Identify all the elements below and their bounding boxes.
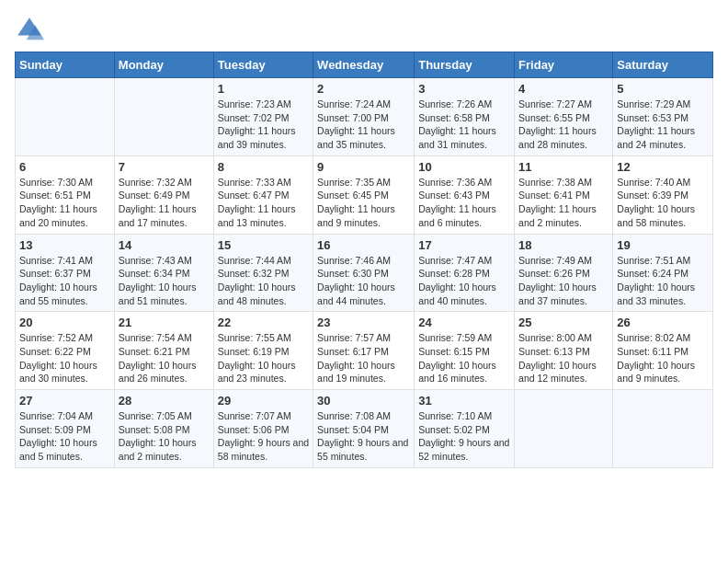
- weekday-header: Saturday: [613, 52, 713, 78]
- calendar-cell: 15Sunrise: 7:44 AMSunset: 6:32 PMDayligh…: [213, 234, 313, 312]
- day-number: 7: [119, 160, 210, 174]
- calendar-cell: 8Sunrise: 7:33 AMSunset: 6:47 PMDaylight…: [213, 155, 313, 234]
- day-info: Sunrise: 7:51 AMSunset: 6:24 PMDaylight:…: [617, 254, 709, 308]
- calendar-cell: 24Sunrise: 7:59 AMSunset: 6:15 PMDayligh…: [415, 312, 515, 390]
- day-info: Sunrise: 7:36 AMSunset: 6:43 PMDaylight:…: [418, 176, 510, 230]
- calendar-cell: 29Sunrise: 7:07 AMSunset: 5:06 PMDayligh…: [213, 390, 313, 468]
- day-number: 21: [119, 316, 210, 329]
- calendar-cell: 12Sunrise: 7:40 AMSunset: 6:39 PMDayligh…: [613, 155, 713, 234]
- day-info: Sunrise: 7:04 AMSunset: 5:09 PMDaylight:…: [19, 409, 110, 464]
- page-header: [15, 15, 713, 44]
- logo-icon: [15, 15, 44, 44]
- calendar-body: 1Sunrise: 7:23 AMSunset: 7:02 PMDaylight…: [16, 78, 713, 468]
- calendar-cell: 6Sunrise: 7:30 AMSunset: 6:51 PMDaylight…: [16, 155, 115, 234]
- calendar-cell: 10Sunrise: 7:36 AMSunset: 6:43 PMDayligh…: [415, 155, 515, 234]
- calendar-week-row: 13Sunrise: 7:41 AMSunset: 6:37 PMDayligh…: [16, 234, 713, 312]
- day-info: Sunrise: 7:59 AMSunset: 6:15 PMDaylight:…: [418, 331, 510, 385]
- calendar-cell: 22Sunrise: 7:55 AMSunset: 6:19 PMDayligh…: [213, 312, 313, 390]
- day-number: 23: [317, 316, 410, 329]
- day-number: 22: [218, 316, 309, 329]
- calendar-cell: 28Sunrise: 7:05 AMSunset: 5:08 PMDayligh…: [114, 390, 213, 468]
- day-number: 6: [19, 160, 110, 174]
- day-info: Sunrise: 7:33 AMSunset: 6:47 PMDaylight:…: [218, 176, 309, 230]
- day-number: 11: [518, 160, 609, 174]
- calendar-cell: 16Sunrise: 7:46 AMSunset: 6:30 PMDayligh…: [313, 234, 415, 312]
- weekday-header: Monday: [114, 52, 213, 78]
- day-number: 10: [418, 160, 510, 174]
- day-info: Sunrise: 7:54 AMSunset: 6:21 PMDaylight:…: [119, 331, 210, 385]
- calendar-cell: 20Sunrise: 7:52 AMSunset: 6:22 PMDayligh…: [16, 312, 115, 390]
- day-info: Sunrise: 7:40 AMSunset: 6:39 PMDaylight:…: [617, 176, 709, 230]
- calendar-cell: 3Sunrise: 7:26 AMSunset: 6:58 PMDaylight…: [415, 78, 515, 156]
- day-info: Sunrise: 7:35 AMSunset: 6:45 PMDaylight:…: [317, 176, 410, 230]
- calendar-cell: 31Sunrise: 7:10 AMSunset: 5:02 PMDayligh…: [415, 390, 515, 468]
- day-number: 18: [518, 238, 609, 252]
- day-number: 30: [317, 394, 410, 408]
- day-number: 13: [19, 238, 110, 252]
- day-number: 14: [119, 238, 210, 252]
- day-info: Sunrise: 7:49 AMSunset: 6:26 PMDaylight:…: [518, 254, 609, 308]
- calendar-cell: 26Sunrise: 8:02 AMSunset: 6:11 PMDayligh…: [613, 312, 713, 390]
- weekday-header: Friday: [515, 52, 613, 78]
- day-number: 4: [518, 82, 609, 96]
- day-info: Sunrise: 7:23 AMSunset: 7:02 PMDaylight:…: [218, 98, 309, 152]
- day-info: Sunrise: 7:07 AMSunset: 5:06 PMDaylight:…: [218, 409, 309, 464]
- calendar-cell: 13Sunrise: 7:41 AMSunset: 6:37 PMDayligh…: [16, 234, 115, 312]
- calendar-cell: 11Sunrise: 7:38 AMSunset: 6:41 PMDayligh…: [515, 155, 613, 234]
- day-number: 16: [317, 238, 410, 252]
- calendar-cell: [613, 390, 713, 468]
- calendar-cell: 7Sunrise: 7:32 AMSunset: 6:49 PMDaylight…: [114, 155, 213, 234]
- calendar-cell: 1Sunrise: 7:23 AMSunset: 7:02 PMDaylight…: [213, 78, 313, 156]
- day-info: Sunrise: 7:44 AMSunset: 6:32 PMDaylight:…: [218, 254, 309, 308]
- day-number: 1: [218, 82, 309, 96]
- day-number: 31: [418, 394, 510, 408]
- weekday-row: SundayMondayTuesdayWednesdayThursdayFrid…: [16, 52, 713, 78]
- calendar-week-row: 1Sunrise: 7:23 AMSunset: 7:02 PMDaylight…: [16, 78, 713, 156]
- weekday-header: Tuesday: [213, 52, 313, 78]
- calendar-cell: 18Sunrise: 7:49 AMSunset: 6:26 PMDayligh…: [515, 234, 613, 312]
- day-number: 2: [317, 82, 410, 96]
- day-number: 25: [518, 316, 609, 329]
- day-info: Sunrise: 7:52 AMSunset: 6:22 PMDaylight:…: [19, 331, 110, 385]
- calendar-week-row: 6Sunrise: 7:30 AMSunset: 6:51 PMDaylight…: [16, 155, 713, 234]
- calendar-header: SundayMondayTuesdayWednesdayThursdayFrid…: [16, 52, 713, 78]
- day-info: Sunrise: 8:00 AMSunset: 6:13 PMDaylight:…: [518, 331, 609, 385]
- day-info: Sunrise: 7:08 AMSunset: 5:04 PMDaylight:…: [317, 409, 410, 464]
- calendar-cell: 27Sunrise: 7:04 AMSunset: 5:09 PMDayligh…: [16, 390, 115, 468]
- day-info: Sunrise: 7:47 AMSunset: 6:28 PMDaylight:…: [418, 254, 510, 308]
- weekday-header: Thursday: [415, 52, 515, 78]
- day-number: 28: [119, 394, 210, 408]
- day-info: Sunrise: 7:30 AMSunset: 6:51 PMDaylight:…: [19, 176, 110, 230]
- day-number: 29: [218, 394, 309, 408]
- calendar-cell: 14Sunrise: 7:43 AMSunset: 6:34 PMDayligh…: [114, 234, 213, 312]
- day-info: Sunrise: 7:38 AMSunset: 6:41 PMDaylight:…: [518, 176, 609, 230]
- calendar-cell: 21Sunrise: 7:54 AMSunset: 6:21 PMDayligh…: [114, 312, 213, 390]
- calendar-cell: [114, 78, 213, 156]
- day-info: Sunrise: 7:57 AMSunset: 6:17 PMDaylight:…: [317, 331, 410, 385]
- calendar-cell: 9Sunrise: 7:35 AMSunset: 6:45 PMDaylight…: [313, 155, 415, 234]
- day-info: Sunrise: 8:02 AMSunset: 6:11 PMDaylight:…: [617, 331, 709, 385]
- day-number: 19: [617, 238, 709, 252]
- day-info: Sunrise: 7:41 AMSunset: 6:37 PMDaylight:…: [19, 254, 110, 308]
- day-number: 27: [19, 394, 110, 408]
- day-info: Sunrise: 7:05 AMSunset: 5:08 PMDaylight:…: [119, 409, 210, 464]
- day-info: Sunrise: 7:32 AMSunset: 6:49 PMDaylight:…: [119, 176, 210, 230]
- day-number: 9: [317, 160, 410, 174]
- day-info: Sunrise: 7:29 AMSunset: 6:53 PMDaylight:…: [617, 98, 709, 152]
- day-info: Sunrise: 7:27 AMSunset: 6:55 PMDaylight:…: [518, 98, 609, 152]
- calendar-cell: 30Sunrise: 7:08 AMSunset: 5:04 PMDayligh…: [313, 390, 415, 468]
- day-info: Sunrise: 7:55 AMSunset: 6:19 PMDaylight:…: [218, 331, 309, 385]
- calendar-cell: 2Sunrise: 7:24 AMSunset: 7:00 PMDaylight…: [313, 78, 415, 156]
- day-number: 8: [218, 160, 309, 174]
- day-info: Sunrise: 7:26 AMSunset: 6:58 PMDaylight:…: [418, 98, 510, 152]
- day-number: 17: [418, 238, 510, 252]
- day-info: Sunrise: 7:10 AMSunset: 5:02 PMDaylight:…: [418, 409, 510, 464]
- day-number: 20: [19, 316, 110, 329]
- calendar-cell: 19Sunrise: 7:51 AMSunset: 6:24 PMDayligh…: [613, 234, 713, 312]
- calendar-table: SundayMondayTuesdayWednesdayThursdayFrid…: [15, 52, 713, 468]
- calendar-cell: 17Sunrise: 7:47 AMSunset: 6:28 PMDayligh…: [415, 234, 515, 312]
- weekday-header: Sunday: [16, 52, 115, 78]
- day-number: 5: [617, 82, 709, 96]
- day-number: 3: [418, 82, 510, 96]
- calendar-week-row: 20Sunrise: 7:52 AMSunset: 6:22 PMDayligh…: [16, 312, 713, 390]
